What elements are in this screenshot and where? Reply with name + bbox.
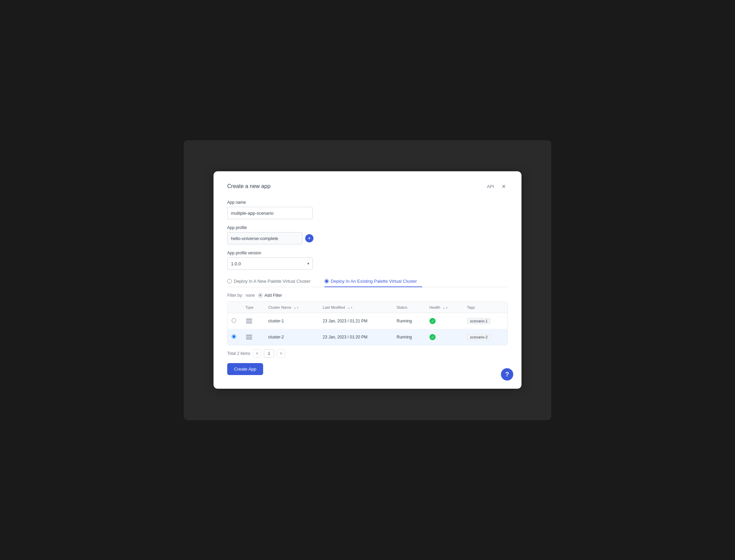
svg-rect-3 — [246, 335, 252, 336]
radio-cell-1[interactable] — [228, 313, 241, 329]
version-select[interactable]: 1.0.0 — [227, 257, 313, 270]
total-items-label: Total 2 items — [227, 351, 250, 356]
add-profile-button[interactable]: + — [305, 234, 313, 242]
cluster-name-cell-1: cluster-1 — [264, 313, 319, 329]
cluster-name-cell-2: cluster-2 — [264, 329, 319, 345]
tags-cell-1: scenario-1 — [463, 313, 507, 329]
api-link[interactable]: API — [487, 184, 494, 189]
app-name-group: App name — [227, 200, 508, 219]
th-status: Status — [392, 302, 425, 313]
radio-existing-cluster[interactable] — [324, 279, 329, 283]
cluster-table: Type Cluster Name ▲▼ Last Modified ▲▼ St… — [228, 302, 507, 345]
tab-existing-cluster-label: Deploy In An Existing Palette Virtual Cl… — [331, 279, 417, 284]
health-cell-1: ✓ — [425, 313, 463, 329]
last-modified-sort-icon: ▲▼ — [348, 307, 353, 309]
svg-rect-1 — [246, 321, 252, 322]
th-tags: Tags — [463, 302, 507, 313]
app-profile-row: + — [227, 232, 508, 244]
type-icon-2 — [245, 333, 253, 341]
th-last-modified-label: Last Modified — [323, 305, 345, 309]
status-cell-2: Running — [392, 329, 425, 345]
th-type-label: Type — [245, 305, 254, 309]
filter-by-label: Filter by: — [227, 293, 243, 298]
svg-rect-4 — [246, 337, 252, 338]
tags-cell-2: scenario-2 — [463, 329, 507, 345]
th-health-label: Health — [429, 305, 440, 309]
th-type: Type — [241, 302, 264, 313]
last-modified-cell-2: 23 Jan, 2023 / 01:20 PM — [319, 329, 392, 345]
health-icon-1: ✓ — [429, 318, 436, 324]
svg-rect-0 — [246, 319, 252, 320]
type-icon-1 — [245, 317, 253, 325]
modal-header: Create a new app API × — [227, 182, 508, 190]
tag-badge-2: scenario-2 — [467, 334, 491, 340]
filter-value: none — [246, 293, 255, 298]
add-filter-icon: + — [258, 293, 263, 298]
status-badge-1: Running — [397, 319, 412, 323]
pagination: Total 2 items < > — [227, 349, 508, 358]
version-select-wrapper: 1.0.0 — [227, 257, 313, 270]
modal-title: Create a new app — [227, 183, 270, 189]
create-app-button[interactable]: Create App — [227, 363, 263, 375]
plus-icon: + — [308, 236, 311, 241]
app-profile-input[interactable] — [227, 232, 302, 244]
radio-new-cluster[interactable] — [227, 279, 232, 283]
app-name-input[interactable] — [227, 207, 313, 219]
close-button[interactable]: × — [500, 182, 508, 190]
status-cell-1: Running — [392, 313, 425, 329]
type-cell-1 — [241, 313, 264, 329]
tag-badge-1: scenario-1 — [467, 318, 491, 324]
pagination-page-input[interactable] — [264, 349, 274, 358]
filter-row: Filter by: none + Add Filter — [227, 293, 508, 298]
type-cell-2 — [241, 329, 264, 345]
tab-existing-cluster[interactable]: Deploy In An Existing Palette Virtual Cl… — [324, 276, 423, 287]
th-radio — [228, 302, 241, 313]
app-profile-group: App profile + — [227, 225, 508, 244]
cluster-name-sort-icon: ▲▼ — [294, 307, 299, 309]
th-cluster-name[interactable]: Cluster Name ▲▼ — [264, 302, 319, 313]
health-cell-2: ✓ — [425, 329, 463, 345]
pagination-prev-button[interactable]: < — [253, 349, 261, 358]
th-cluster-name-label: Cluster Name — [268, 305, 291, 309]
table-row[interactable]: cluster-2 23 Jan, 2023 / 01:20 PM Runnin… — [228, 329, 507, 345]
last-modified-cell-1: 23 Jan, 2023 / 01:21 PM — [319, 313, 392, 329]
tab-new-cluster[interactable]: Deploy In A New Palette Virtual Cluster — [227, 276, 316, 287]
status-badge-2: Running — [397, 335, 412, 339]
health-sort-icon: ▲▼ — [443, 307, 448, 309]
table-header: Type Cluster Name ▲▼ Last Modified ▲▼ St… — [228, 302, 507, 313]
app-name-label: App name — [227, 200, 508, 205]
tab-new-cluster-label: Deploy In A New Palette Virtual Cluster — [234, 279, 311, 284]
th-last-modified[interactable]: Last Modified ▲▼ — [319, 302, 392, 313]
app-profile-version-group: App profile version 1.0.0 — [227, 251, 508, 270]
cluster-table-container: Type Cluster Name ▲▼ Last Modified ▲▼ St… — [227, 302, 508, 345]
pagination-next-button[interactable]: > — [277, 349, 285, 358]
cluster-radio-2[interactable] — [232, 334, 236, 339]
th-tags-label: Tags — [467, 305, 475, 309]
health-icon-2: ✓ — [429, 334, 436, 340]
table-row[interactable]: cluster-1 23 Jan, 2023 / 01:21 PM Runnin… — [228, 313, 507, 329]
add-filter-button[interactable]: + Add Filter — [258, 293, 282, 298]
th-status-label: Status — [397, 305, 407, 309]
svg-rect-2 — [246, 322, 252, 323]
help-button[interactable]: ? — [501, 368, 513, 381]
table-body: cluster-1 23 Jan, 2023 / 01:21 PM Runnin… — [228, 313, 507, 345]
radio-cell-2[interactable] — [228, 329, 241, 345]
add-filter-label: Add Filter — [265, 293, 282, 298]
create-app-modal: Create a new app API × App name App prof… — [214, 171, 521, 389]
deploy-tabs: Deploy In A New Palette Virtual Cluster … — [227, 276, 508, 287]
svg-rect-5 — [246, 338, 252, 339]
app-profile-version-label: App profile version — [227, 251, 508, 255]
cluster-radio-1[interactable] — [232, 318, 236, 323]
app-profile-label: App profile — [227, 225, 508, 230]
th-health[interactable]: Health ▲▼ — [425, 302, 463, 313]
modal-header-actions: API × — [487, 182, 508, 190]
